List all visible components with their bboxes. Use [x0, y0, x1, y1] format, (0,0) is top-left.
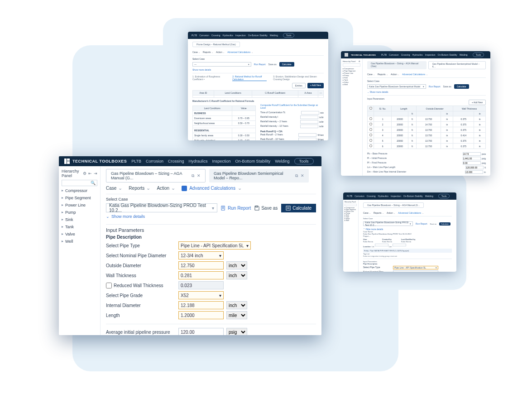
- action-bar: Case Reports Action Advanced Calculation…: [106, 185, 316, 191]
- tools-menu[interactable]: Tools: [294, 158, 314, 164]
- svg-rect-1: [64, 159, 67, 164]
- nav-inspection[interactable]: Inspection: [212, 159, 231, 163]
- mini2-segments-table: Sl. No. Length Outside Diameter Wall Thi…: [367, 106, 486, 149]
- action-menu[interactable]: Action: [157, 185, 175, 191]
- svg-rect-3: [67, 161, 70, 164]
- mini-header: PLTBCorrosionCrossingHydraulicsInspectio…: [188, 32, 328, 39]
- od-unit[interactable]: inch: [226, 261, 247, 269]
- length-input[interactable]: [178, 311, 224, 319]
- avgp-input[interactable]: [178, 328, 224, 335]
- tree-well[interactable]: Well: [62, 238, 97, 245]
- svg-rect-5: [286, 206, 290, 210]
- rwt-input: [178, 281, 224, 289]
- nav-pltb[interactable]: PLTB: [131, 159, 141, 163]
- nav-crossing[interactable]: Crossing: [168, 159, 184, 163]
- tree-powerline[interactable]: Power Line: [62, 202, 97, 209]
- tree-pipesegment[interactable]: Pipe Segment: [62, 194, 97, 202]
- nominal-dia-label: Select Nominal Pipe Diameter: [106, 253, 178, 258]
- tab-semiempirical[interactable]: Gas Pipeline Blowdown Semiempirical Mode…: [209, 169, 309, 183]
- close-icon[interactable]: ✕: [301, 173, 304, 178]
- nominal-dia-select[interactable]: 12-3/4 inch▾: [178, 251, 224, 259]
- tree-pump[interactable]: Pump: [62, 209, 97, 216]
- tree-tank[interactable]: Tank: [62, 223, 97, 231]
- wt-unit[interactable]: inch: [226, 271, 247, 279]
- rwt-label[interactable]: Reduced Wall Thickness: [106, 283, 178, 288]
- brand-logo: TECHNICAL TOOLBOXES: [64, 159, 127, 164]
- content-area: Gas Pipeline Blowdown – Sizing – AGA Man…: [101, 166, 321, 335]
- svg-rect-4: [256, 206, 258, 207]
- close-icon[interactable]: ✕: [197, 173, 201, 178]
- save-as-button[interactable]: Save as: [254, 206, 278, 211]
- calculate-button[interactable]: Calculate: [281, 204, 316, 212]
- mini1-tab[interactable]: Flume Design – Rational Method (Gas): [192, 42, 240, 47]
- hierarchy-search-input[interactable]: [62, 180, 97, 186]
- sparkle-icon: [182, 186, 187, 191]
- mini-window-flume: PLTBCorrosionCrossingHydraulicsInspectio…: [188, 32, 328, 140]
- od-label: Outside Diameter: [106, 263, 178, 268]
- pipe-description-heading: Pipe Description: [106, 235, 316, 240]
- run-report-button[interactable]: Run Report: [221, 206, 251, 211]
- avgp-label: Average initial pipeline pressure: [106, 330, 178, 335]
- advanced-calculations[interactable]: Advanced Calculations: [182, 185, 242, 191]
- hierarchy-panel: Hierarchy Panel ⚙ ⇤ ⇥ 🔍 Compressor Pipe …: [59, 166, 101, 335]
- reports-menu[interactable]: Reports: [129, 185, 150, 191]
- svg-rect-2: [67, 159, 70, 161]
- id-label: Internal Diameter: [106, 303, 178, 308]
- case-menu[interactable]: Case: [106, 185, 122, 191]
- mini-window-details: PLTBCorrosionCrossingHydraulicsInspectio…: [343, 192, 456, 272]
- mini1-area-table: Area IDLand ConditionsC-Runoff Coefficie…: [192, 90, 324, 98]
- top-nav: PLTB Corrosion Crossing Hydraulics Inspe…: [131, 159, 289, 163]
- grade-select[interactable]: X52▾: [178, 291, 224, 299]
- wt-input[interactable]: [178, 271, 224, 279]
- input-parameters-title: Input Parameters: [106, 227, 316, 233]
- avgp-unit[interactable]: psig: [226, 328, 247, 335]
- pipe-type-select[interactable]: Pipe Line - API Specification 5L▾: [178, 241, 251, 250]
- pipe-type-label: Select Pipe Type: [106, 243, 178, 248]
- svg-rect-0: [345, 53, 348, 57]
- tab-aga-sizing[interactable]: Gas Pipeline Blowdown – Sizing – AGA Man…: [106, 169, 206, 183]
- show-more-details[interactable]: ⌄ Show more details: [106, 212, 316, 221]
- nav-hydraulics[interactable]: Hydraulics: [189, 159, 208, 163]
- tree-sink[interactable]: Sink: [62, 216, 97, 223]
- id-input[interactable]: [178, 301, 224, 309]
- nav-corrosion[interactable]: Corrosion: [146, 159, 163, 163]
- length-unit[interactable]: mile: [226, 311, 247, 319]
- collapse-icon[interactable]: ⇤: [88, 171, 92, 176]
- od-input[interactable]: [178, 261, 224, 269]
- tree-compressor[interactable]: Compressor: [62, 187, 97, 194]
- mini-window-semiempirical: TECHNICAL TOOLBOXES PLTBCorrosionCrossin…: [341, 51, 490, 176]
- chevron-down-icon: ⌄: [106, 214, 110, 219]
- wt-label: Wall Thickness: [106, 273, 178, 278]
- grade-label: Select Pipe Grade: [106, 293, 178, 298]
- expand-icon[interactable]: ⇥: [94, 171, 97, 176]
- app-header: TECHNICAL TOOLBOXES PLTB Corrosion Cross…: [59, 156, 321, 166]
- rwt-checkbox[interactable]: [106, 283, 112, 288]
- select-case-label: Select Case: [106, 197, 316, 202]
- nav-onbottom[interactable]: On-Bottom Stability: [235, 159, 271, 163]
- copy-icon[interactable]: ⧉: [192, 173, 194, 178]
- tree-valve[interactable]: Valve: [62, 231, 97, 238]
- case-select[interactable]: Katia Gas Pipeline Blowdown-Sizing PROD …: [106, 203, 217, 212]
- length-label: Length: [106, 313, 178, 318]
- id-unit[interactable]: inch: [226, 301, 247, 309]
- gear-icon[interactable]: ⚙: [83, 171, 86, 176]
- copy-icon[interactable]: ⧉: [295, 173, 298, 178]
- hierarchy-title: Hierarchy Panel: [62, 169, 83, 178]
- nav-welding[interactable]: Welding: [275, 159, 289, 163]
- main-window: TECHNICAL TOOLBOXES PLTB Corrosion Cross…: [59, 156, 321, 335]
